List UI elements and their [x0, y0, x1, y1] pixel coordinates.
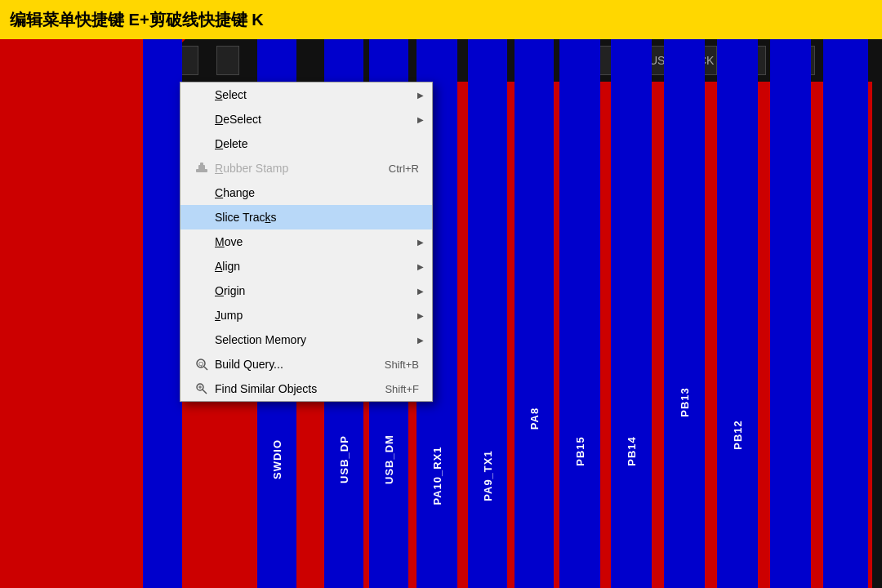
jump-label: Jump: [215, 309, 419, 322]
rubber-stamp-icon: [194, 160, 210, 176]
move-label: Move: [215, 235, 419, 248]
rubber-stamp-label: Rubber Stamp: [215, 162, 364, 175]
menu-item-change[interactable]: Change: [180, 180, 432, 205]
menu-item-find-similar[interactable]: Find Similar Objects Shift+F: [180, 376, 432, 401]
top-square-2: [216, 46, 239, 75]
build-query-icon: Q: [194, 356, 210, 372]
find-similar-label: Find Similar Objects: [215, 382, 360, 395]
pcb-area: USI CK SWDIO USB_DP USB_DM PA10_RX1 PA9_…: [0, 39, 882, 588]
origin-label: Origin: [215, 284, 419, 297]
track-label-pb15: PB15: [574, 436, 586, 466]
selection-memory-label: Selection Memory: [215, 333, 419, 346]
rubber-stamp-shortcut: Ctrl+R: [364, 163, 419, 175]
selection-memory-icon: [194, 332, 210, 348]
track-pb13: PB13: [664, 39, 705, 588]
header-bar: 编辑菜单快捷键 E+剪破线快捷键 K: [0, 0, 882, 39]
menu-item-move[interactable]: Move: [180, 229, 432, 254]
track-pb14: PB14: [611, 39, 652, 588]
find-similar-icon: [194, 381, 210, 397]
track-13: [823, 39, 868, 588]
menu-item-rubber-stamp[interactable]: Rubber Stamp Ctrl+R: [180, 156, 432, 180]
align-icon: [194, 258, 210, 274]
track-12: [770, 39, 811, 588]
right-strip: [872, 39, 882, 588]
menu-item-deselect[interactable]: DeSelect: [180, 107, 432, 131]
menu-item-slice-tracks[interactable]: Slice Tracks: [180, 205, 432, 229]
find-similar-shortcut: Shift+F: [360, 383, 419, 395]
change-icon: [194, 185, 210, 201]
move-icon: [194, 234, 210, 250]
menu-item-build-query[interactable]: Q Build Query... Shift+B: [180, 352, 432, 376]
track-pb15: PB15: [559, 39, 600, 588]
track-pa9tx1: PA9_TX1: [468, 39, 507, 588]
track-label-pa10rx1: PA10_RX1: [431, 446, 443, 505]
menu-item-delete[interactable]: Delete: [180, 131, 432, 156]
change-label: Change: [215, 186, 419, 199]
align-label: Align: [215, 260, 419, 273]
delete-icon: [194, 136, 210, 152]
track-label-pb12: PB12: [732, 420, 744, 450]
track-label-pb13: PB13: [679, 387, 691, 417]
header-text: 编辑菜单快捷键 E+剪破线快捷键 K: [10, 9, 264, 31]
slice-tracks-icon: [194, 209, 210, 225]
select-icon: [194, 87, 210, 103]
jump-icon: [194, 307, 210, 323]
track-label-usbdm: USB_DM: [383, 434, 395, 484]
menu-item-origin[interactable]: Origin: [180, 278, 432, 303]
track-label-pb14: PB14: [626, 436, 638, 466]
select-label: Select: [215, 88, 419, 101]
origin-icon: [194, 283, 210, 299]
track-label-pa8: PA8: [528, 408, 541, 430]
track-pb12: PB12: [717, 39, 758, 588]
slice-tracks-label: Slice Tracks: [215, 211, 419, 224]
track-label-swdio: SWDIO: [271, 439, 283, 479]
track-1: [143, 39, 182, 588]
deselect-label: DeSelect: [215, 113, 419, 126]
track-label-usbdp: USB_DP: [338, 435, 350, 483]
build-query-label: Build Query...: [215, 358, 360, 371]
delete-label: Delete: [215, 137, 419, 150]
svg-rect-2: [200, 163, 203, 166]
svg-line-7: [203, 390, 207, 394]
track-label-pa9tx1: PA9_TX1: [482, 450, 494, 501]
deselect-icon: [194, 111, 210, 127]
menu-item-selection-memory[interactable]: Selection Memory: [180, 327, 432, 352]
context-menu: Select DeSelect Delete Rubber Stamp Ctrl…: [180, 82, 433, 402]
menu-item-jump[interactable]: Jump: [180, 303, 432, 327]
menu-item-align[interactable]: Align: [180, 254, 432, 278]
menu-item-select[interactable]: Select: [180, 82, 432, 107]
svg-text:Q: Q: [198, 360, 203, 368]
build-query-shortcut: Shift+B: [360, 359, 419, 371]
track-pa8: PA8: [514, 39, 554, 588]
svg-line-4: [204, 367, 207, 370]
